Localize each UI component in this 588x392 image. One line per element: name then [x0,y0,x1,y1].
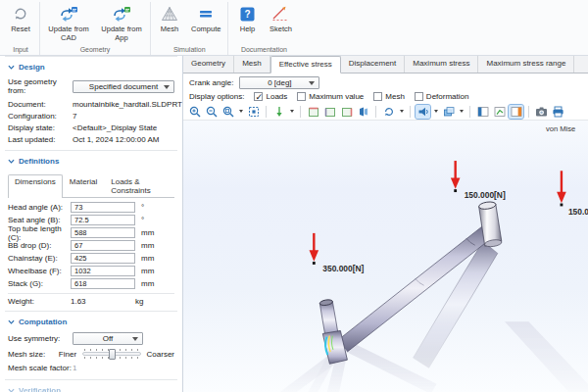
orientation-axis-icon[interactable] [271,105,286,119]
ribbon: Reset Input Update from CAD Update from … [0,0,588,56]
graphics-viewport[interactable]: 150.000[N] 150.0 350.000[N] von Mise [183,121,588,392]
wheelbase-unit: mm [141,267,154,275]
chainstay-label: Chainstay (E): [8,254,71,263]
tab-effective-stress[interactable]: Effective stress [270,56,341,74]
scene-light-icon[interactable] [416,105,430,119]
top-tube-length-unit: mm [141,228,154,237]
tab-material[interactable]: Material [63,174,104,197]
document-value: mountainbike_hardtail.SLDPRT [73,100,182,109]
settings-sidebar: Design Use geometry from: Specified docu… [0,56,183,392]
tab-geometry[interactable]: Geometry [183,56,234,73]
toggle-plot-panel-icon[interactable] [492,105,507,119]
toggle-right-panel-icon[interactable] [509,105,523,119]
definitions-section-header[interactable]: Definitions [0,151,182,171]
loads-checkbox-label: Loads [266,92,287,101]
mesh-size-label: Mesh size: [8,350,59,359]
definitions-tab-strip: Dimensions Material Loads & Constraints [8,174,174,198]
loads-checkbox[interactable]: Loads [254,92,287,101]
stack-input[interactable] [71,278,135,289]
slider-thumb[interactable] [109,349,116,360]
verification-section-header[interactable]: Verification [0,380,182,392]
group-label-simulation: Simulation [153,45,225,55]
mesh-button[interactable]: Mesh [153,2,186,34]
chainstay-input[interactable] [71,253,135,264]
group-label-input: Input [4,45,37,55]
head-angle-unit: ° [141,203,144,212]
seat-angle-unit: ° [141,216,144,224]
transparency-icon[interactable] [441,105,456,119]
results-tab-strip: Geometry Mesh Effective stress Displacem… [183,56,588,74]
use-geometry-from-dropdown[interactable]: Specified document [73,80,174,93]
tab-loads-constraints[interactable]: Loads & Constraints [104,174,174,197]
last-updated-value: Oct 1, 2024 12:00:00 AM [73,135,160,144]
rotate-view-icon[interactable] [381,105,396,119]
zoom-selected-icon[interactable] [220,105,235,119]
sketch-label: Sketch [270,24,292,33]
mesh-checkbox[interactable]: Mesh [373,92,405,101]
crank-angle-dropdown[interactable]: 0 [deg] [239,76,319,89]
sketch-icon [271,5,289,23]
zoom-out-icon[interactable] [204,105,219,119]
sketch-button[interactable]: Sketch [264,2,297,34]
update-from-cad-label: Update from CAD [47,24,90,43]
chevron-down-icon [8,388,15,392]
view-xy-icon[interactable] [306,105,320,119]
rotate-menu-caret-icon[interactable] [398,105,405,119]
bb-drop-unit: mm [141,241,154,250]
view-yz-icon[interactable] [322,105,337,119]
deformation-checkbox[interactable]: Deformation [415,92,469,101]
design-section-header[interactable]: Design [0,57,182,76]
bb-drop-input[interactable] [71,240,135,251]
load-label-1: 150.000[N] [465,190,506,200]
checkbox-icon [415,92,423,101]
mesh-size-slider[interactable] [82,348,141,360]
use-symmetry-dropdown[interactable]: Off [73,332,143,345]
group-label-documentation: Documentation [230,45,297,55]
update-from-app-button[interactable]: Update from App [95,2,148,44]
dropdown-caret-icon [132,337,138,341]
tab-displacement[interactable]: Displacement [341,56,405,73]
seat-angle-input[interactable] [71,215,135,225]
toggle-left-panel-icon[interactable] [475,105,490,119]
bike-frame-3d-view: 150.000[N] 150.0 350.000[N] von Mise [183,121,588,392]
help-label: Help [240,24,255,33]
snapshot-camera-icon[interactable] [534,105,549,119]
tab-dimensions[interactable]: Dimensions [8,174,63,198]
configuration-value: 7 [73,112,76,121]
compute-label: Compute [191,24,220,33]
computation-section-header[interactable]: Computation [0,312,182,331]
ribbon-group-geometry: Update from CAD Update from App Geometry [39,2,150,55]
chevron-down-icon [8,319,15,324]
tab-mesh[interactable]: Mesh [234,56,270,73]
top-tube-length-input[interactable] [71,227,135,238]
transparency-caret-icon[interactable] [458,105,465,119]
weight-label: Weight: [8,297,71,306]
checkbox-icon [373,92,382,101]
zoom-extents-icon[interactable] [246,105,261,119]
head-angle-input[interactable] [71,202,135,213]
ribbon-group-documentation: ? Help Sketch Documentation [227,2,299,55]
default-view-icon[interactable] [356,105,370,119]
computation-section-title: Computation [19,318,67,326]
slider-groove[interactable] [82,352,141,356]
stack-unit: mm [141,279,154,288]
maximum-value-checkbox[interactable]: Maximum value [297,92,364,101]
mesh-size-max-label: Coarser [147,350,174,359]
zoom-in-icon[interactable] [187,105,202,119]
compute-button[interactable]: Compute [186,2,225,34]
update-from-cad-button[interactable]: Update from CAD [42,2,95,44]
use-geometry-from-value: Specified document [89,82,158,91]
view-xz-icon[interactable] [339,105,354,119]
zoom-menu-caret-icon[interactable] [237,105,244,119]
tab-maximum-stress-range[interactable]: Maximum stress range [478,56,574,73]
reset-button[interactable]: Reset [4,2,37,34]
print-icon[interactable] [551,105,565,119]
wheelbase-input[interactable] [71,266,135,276]
scene-light-caret-icon[interactable] [432,105,439,119]
tab-maximum-stress[interactable]: Maximum stress [405,56,478,73]
help-icon: ? [240,5,255,23]
help-button[interactable]: ? Help [230,2,264,34]
load-label-3: 350.000[N] [322,264,364,273]
orientation-menu-caret-icon[interactable] [288,105,295,119]
display-options-label: Display options: [189,92,244,101]
